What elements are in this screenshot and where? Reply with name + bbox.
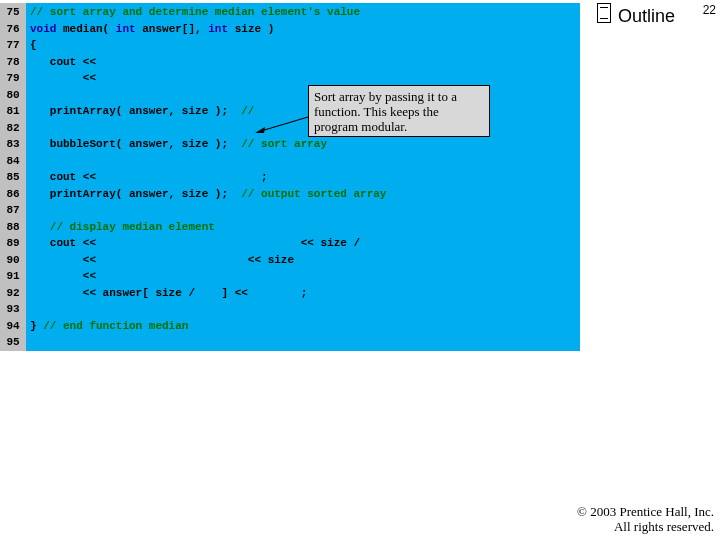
code-comment: // display median element bbox=[30, 221, 215, 233]
code-area: 75 76 77 78 79 80 81 82 83 84 85 86 87 8… bbox=[0, 3, 580, 351]
kw-void: void bbox=[30, 23, 56, 35]
code: answer[], bbox=[136, 23, 209, 35]
ln: 94 bbox=[6, 320, 19, 332]
ln: 83 bbox=[6, 138, 19, 150]
ln: 95 bbox=[6, 336, 19, 348]
code-comment: // end function median bbox=[43, 320, 188, 332]
code: bubbleSort( answer, size ); bbox=[30, 138, 241, 150]
kw-int: int bbox=[208, 23, 228, 35]
ln: 87 bbox=[6, 204, 19, 216]
code: cout << << size / bbox=[30, 237, 367, 249]
copyright-line: © 2003 Prentice Hall, Inc. bbox=[577, 504, 714, 519]
ln: 80 bbox=[6, 89, 19, 101]
code: size ) bbox=[228, 23, 274, 35]
outline-heading: Outline bbox=[618, 6, 675, 27]
code: printArray( answer, size ); bbox=[30, 105, 241, 117]
code-comment: // bbox=[241, 105, 261, 117]
code-comment: // sort array and determine median eleme… bbox=[30, 6, 360, 18]
page-number: 22 bbox=[703, 3, 716, 17]
code: cout << ; bbox=[30, 171, 268, 183]
ln: 84 bbox=[6, 155, 19, 167]
ln: 85 bbox=[6, 171, 19, 183]
code: << answer[ size / ] << ; bbox=[30, 287, 307, 299]
ln: 89 bbox=[6, 237, 19, 249]
copyright-line: All rights reserved. bbox=[577, 519, 714, 534]
ln: 86 bbox=[6, 188, 19, 200]
ln: 92 bbox=[6, 287, 19, 299]
ln: 81 bbox=[6, 105, 19, 117]
ln: 82 bbox=[6, 122, 19, 134]
ln: 93 bbox=[6, 303, 19, 315]
ln: 90 bbox=[6, 254, 19, 266]
line-number-gutter: 75 76 77 78 79 80 81 82 83 84 85 86 87 8… bbox=[0, 3, 26, 351]
ln: 91 bbox=[6, 270, 19, 282]
code: << bbox=[30, 72, 103, 84]
ln: 76 bbox=[6, 23, 19, 35]
code: printArray( answer, size ); bbox=[30, 188, 241, 200]
kw-int: int bbox=[116, 23, 136, 35]
copyright: © 2003 Prentice Hall, Inc. All rights re… bbox=[577, 504, 714, 534]
code-comment: // sort array bbox=[241, 138, 327, 150]
code: median( bbox=[56, 23, 115, 35]
code: { bbox=[30, 39, 37, 51]
ln: 78 bbox=[6, 56, 19, 68]
code: } bbox=[30, 320, 43, 332]
code: cout << bbox=[30, 56, 103, 68]
callout-box: Sort array by passing it to a function. … bbox=[308, 85, 490, 137]
code: << bbox=[30, 270, 103, 282]
code-comment: // output sorted array bbox=[241, 188, 386, 200]
callout-text: Sort array by passing it to a function. … bbox=[314, 89, 457, 134]
outline-marker-icon bbox=[597, 3, 611, 23]
code-content: // sort array and determine median eleme… bbox=[30, 4, 386, 334]
ln: 79 bbox=[6, 72, 19, 84]
ln: 75 bbox=[6, 6, 19, 18]
ln: 77 bbox=[6, 39, 19, 51]
ln: 88 bbox=[6, 221, 19, 233]
code: << << size bbox=[30, 254, 294, 266]
